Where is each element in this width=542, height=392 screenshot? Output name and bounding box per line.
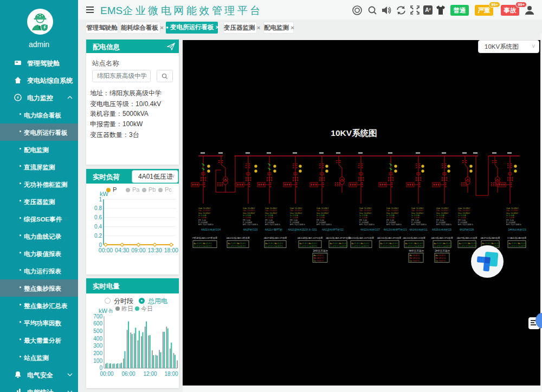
svg-text:0.4: 0.4 <box>94 224 102 230</box>
svg-text:Cc:47.0°C Dd:43.9°C: Cc:47.0°C Dd:43.9°C <box>228 245 247 247</box>
svg-text:09:00: 09:00 <box>131 247 145 253</box>
svg-text:EPI: 7127.5kW-h: EPI: 7127.5kW-h <box>458 224 473 226</box>
svg-text:Cc:47.0°C Dd:43.9°C: Cc:47.0°C Dd:43.9°C <box>405 245 424 247</box>
svg-text:Bb: 49.2°C: Bb: 49.2°C <box>410 257 420 259</box>
svg-text:Aa:71.8°C Bb:25.4°C: Aa:71.8°C Bb:25.4°C <box>300 243 318 245</box>
svg-text:4A1P线2AH-01温度: 4A1P线2AH-01温度 <box>457 237 478 239</box>
svg-text:0.8: 0.8 <box>94 205 102 211</box>
svg-text:4A11计量PT柜: 4A11计量PT柜 <box>265 228 283 231</box>
svg-text:Aa:71.8°C Bb:25.4°C: Aa:71.8°C Bb:25.4°C <box>482 243 500 245</box>
svg-text:Cc: 50.1°C: Cc: 50.1°C <box>314 260 324 262</box>
svg-text:4A12出线柜G07: 4A12出线柜G07 <box>360 228 380 231</box>
svg-text:EPI: 7127.5kW-h: EPI: 7127.5kW-h <box>436 224 451 226</box>
svg-text:200: 200 <box>93 350 102 356</box>
svg-text:100: 100 <box>93 358 102 364</box>
svg-text:4A13出线2AH-4P4温度: 4A13出线2AH-4P4温度 <box>377 237 402 239</box>
svg-text:12:00: 12:00 <box>143 371 157 377</box>
svg-text:600: 600 <box>93 321 102 326</box>
svg-text:Aa:71.8°C Bb:25.4°C: Aa:71.8°C Bb:25.4°C <box>194 243 212 245</box>
svg-text:4A10进线4152开关 G01: 4A10进线4152开关 G01 <box>288 228 317 232</box>
svg-text:1#变压器温控: 1#变压器温控 <box>313 249 328 252</box>
svg-text:Aa: 65.8°C: Aa: 65.8°C <box>410 254 420 257</box>
svg-text:Aa:71.8°C Bb:25.4°C: Aa:71.8°C Bb:25.4°C <box>380 243 398 245</box>
svg-text:1: 1 <box>99 197 102 202</box>
svg-text:Bb: 49.2°C: Bb: 49.2°C <box>436 257 446 259</box>
svg-text:Cc:47.0°C Dd:43.9°C: Cc:47.0°C Dd:43.9°C <box>434 245 453 247</box>
svg-text:4A14出线柜G1: 4A14出线柜G1 <box>409 228 428 231</box>
svg-text:4A1P柜G03: 4A1P柜G03 <box>243 228 258 231</box>
svg-text:18:00: 18:00 <box>164 247 178 253</box>
svg-text:Cc: 50.1°C: Cc: 50.1°C <box>410 260 420 262</box>
svg-text:Cc:47.0°C Dd:43.9°C: Cc:47.0°C Dd:43.9°C <box>194 245 212 247</box>
svg-text:18:00: 18:00 <box>164 371 178 377</box>
svg-text:04:30: 04:30 <box>115 247 129 253</box>
svg-text:4A13出线4PT柜G3: 4A13出线4PT柜G3 <box>384 228 407 231</box>
svg-text:0.6: 0.6 <box>94 214 102 220</box>
svg-text:06:00: 06:00 <box>121 371 135 377</box>
svg-text:4A12出线2AH-01P4温度: 4A12出线2AH-01P4温度 <box>349 237 375 239</box>
svg-text:Aa:71.8°C Bb:25.4°C: Aa:71.8°C Bb:25.4°C <box>330 243 348 245</box>
svg-text:Aa:71.8°C Bb:25.4°C: Aa:71.8°C Bb:25.4°C <box>459 243 477 245</box>
svg-text:4A14出线2AH-01温度: 4A14出线2AH-01温度 <box>403 237 425 239</box>
svg-text:EPI: 7127.5kW-h: EPI: 7127.5kW-h <box>386 224 402 226</box>
svg-text:EPI: 7127.5kW-h: EPI: 7127.5kW-h <box>359 224 375 226</box>
svg-text:1#4A出线2AH温度: 1#4A出线2AH温度 <box>507 237 527 239</box>
svg-text:00:00: 00:00 <box>100 371 113 377</box>
svg-text:4A15出线4柜G5: 4A15出线4柜G5 <box>432 228 451 231</box>
svg-text:Aa: 65.8°C: Aa: 65.8°C <box>314 254 324 257</box>
svg-text:4A1P进线2AH-1P温度: 4A1P进线2AH-1P温度 <box>264 237 287 239</box>
svg-text:0.2: 0.2 <box>94 233 102 239</box>
svg-text:4A1进线4PT柜G2: 4A1进线4PT柜G2 <box>322 228 344 232</box>
svg-text:4A10进线2AH-01P4温度: 4A10进线2AH-01P4温度 <box>297 237 323 239</box>
svg-text:4A1P出线2AH温度: 4A1P出线2AH温度 <box>480 237 500 239</box>
svg-text:Cc:47.0°C Dd:43.9°C: Cc:47.0°C Dd:43.9°C <box>330 245 349 247</box>
svg-text:EPI: 7127.5kW-h: EPI: 7127.5kW-h <box>317 224 332 226</box>
svg-text:Aa:71.8°C Bb:25.4°C: Aa:71.8°C Bb:25.4°C <box>228 243 246 245</box>
svg-text:EPI: 7127.5kW-h: EPI: 7127.5kW-h <box>265 224 280 226</box>
svg-text:300: 300 <box>93 343 102 349</box>
svg-text:500: 500 <box>93 328 102 334</box>
svg-text:EPI: 7127.5kW-h: EPI: 7127.5kW-h <box>411 224 427 226</box>
svg-text:Bb: 49.2°C: Bb: 49.2°C <box>314 257 324 259</box>
svg-text:00:00: 00:00 <box>99 247 113 253</box>
svg-text:EPI: 7127.5kW-h: EPI: 7127.5kW-h <box>290 224 305 226</box>
svg-text:Cc: 50.1°C: Cc: 50.1°C <box>436 260 446 262</box>
svg-text:4A02出线柜G04: 4A02出线柜G04 <box>201 228 221 231</box>
svg-text:EPI: 7127.5kW-h: EPI: 7127.5kW-h <box>198 224 214 226</box>
svg-text:400: 400 <box>93 336 102 342</box>
svg-text:Cc:47.0°C Dd:43.9°C: Cc:47.0°C Dd:43.9°C <box>380 245 399 247</box>
svg-text:EPI: 7127.5kW-h: EPI: 7127.5kW-h <box>243 224 258 226</box>
svg-text:700: 700 <box>93 313 102 319</box>
svg-text:P柜进线2AH-01P柜温度: P柜进线2AH-01P柜温度 <box>192 237 218 239</box>
svg-text:4A02出线2AH-1柜温度: 4A02出线2AH-1柜温度 <box>226 237 250 239</box>
svg-text:Aa:71.8°C Bb:25.4°C: Aa:71.8°C Bb:25.4°C <box>509 243 527 245</box>
svg-text:4A1出线2AH-4P4P温度: 4A1出线2AH-4P4P温度 <box>326 237 351 239</box>
svg-text:13:30: 13:30 <box>147 247 162 253</box>
svg-text:1#4A出线柜G9: 1#4A出线柜G9 <box>508 228 526 231</box>
svg-text:Cc:47.0°C Dd:43.9°C: Cc:47.0°C Dd:43.9°C <box>300 245 318 247</box>
svg-text:4A1P柜G08: 4A1P柜G08 <box>460 228 474 231</box>
svg-text:Aa:71.8°C Bb:25.4°C: Aa:71.8°C Bb:25.4°C <box>352 243 370 245</box>
svg-text:Aa: 65.8°C: Aa: 65.8°C <box>436 254 446 257</box>
svg-text:Cc:47.0°C Dd:43.9°C: Cc:47.0°C Dd:43.9°C <box>352 245 370 247</box>
svg-text:Aa:71.8°C Bb:25.4°C: Aa:71.8°C Bb:25.4°C <box>266 243 283 245</box>
svg-text:Cc:47.0°C Dd:43.9°C: Cc:47.0°C Dd:43.9°C <box>509 245 527 247</box>
svg-text:Aa:71.8°C Bb:25.4°C: Aa:71.8°C Bb:25.4°C <box>405 243 423 245</box>
svg-text:EPI: 7127.5kW-h: EPI: 7127.5kW-h <box>506 224 521 226</box>
svg-text:Aa:71.8°C Bb:25.4°C: Aa:71.8°C Bb:25.4°C <box>434 243 452 245</box>
svg-text:4A15线2AH-1P4温度: 4A15线2AH-1P4温度 <box>431 237 453 239</box>
svg-text:4#变压器温控: 4#变压器温控 <box>409 249 424 252</box>
svg-text:2#变压器温控: 2#变压器温控 <box>435 249 450 252</box>
svg-text:0: 0 <box>99 365 102 371</box>
svg-text:Cc:47.0°C Dd:43.9°C: Cc:47.0°C Dd:43.9°C <box>266 245 284 247</box>
